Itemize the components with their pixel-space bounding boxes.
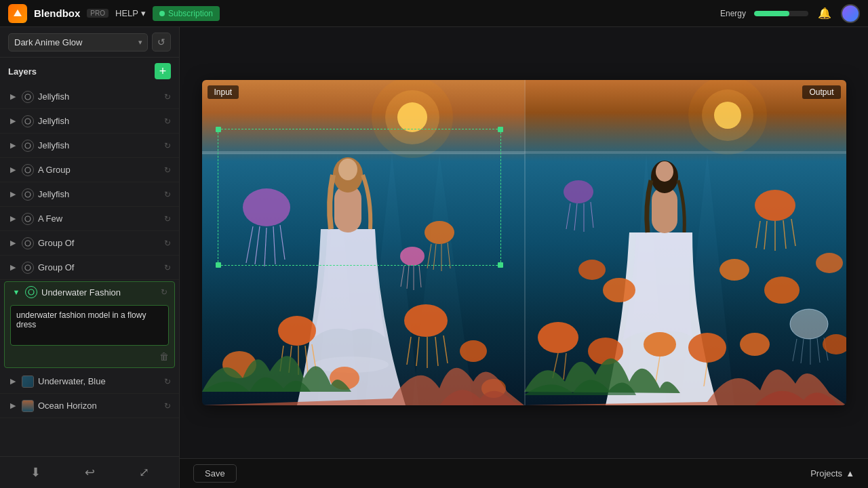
selection-handle-tr[interactable] — [498, 127, 503, 132]
svg-point-91 — [740, 333, 770, 356]
layer-circle-icon — [22, 262, 34, 274]
image-compare: Input — [202, 80, 846, 405]
layer-item[interactable]: ▶ Ocean Horizon ↻ — [0, 394, 179, 418]
svg-point-52 — [460, 340, 487, 362]
svg-rect-59 — [524, 151, 846, 154]
layer-refresh-button[interactable]: ↻ — [164, 377, 171, 386]
layer-refresh-button[interactable]: ↻ — [164, 239, 171, 248]
layer-square-icon — [22, 375, 34, 388]
layer-refresh-button[interactable]: ↻ — [164, 214, 171, 224]
svg-point-22 — [338, 159, 357, 180]
layer-refresh-button[interactable]: ↻ — [164, 141, 171, 150]
layer-name: Underwater Fashion — [41, 287, 157, 298]
svg-point-5 — [25, 192, 31, 197]
layer-expand-button[interactable]: ▼ — [12, 288, 21, 296]
layer-delete-button[interactable]: 🗑 — [159, 351, 169, 362]
svg-line-41 — [289, 346, 292, 373]
svg-rect-55 — [524, 80, 846, 405]
svg-point-63 — [651, 161, 678, 193]
layer-item[interactable]: ▶ Jellyfish ↻ — [0, 182, 179, 207]
layer-expand-button[interactable]: ▶ — [8, 117, 18, 125]
reset-button[interactable]: ↺ — [152, 33, 171, 52]
preset-select-wrap[interactable]: Dark Anime Glow — [8, 33, 148, 52]
layer-expand-button[interactable]: ▶ — [8, 165, 18, 174]
layer-name: Jellyfish — [38, 116, 160, 126]
layer-expand-button[interactable]: ▶ — [8, 214, 18, 223]
svg-line-25 — [255, 226, 260, 264]
energy-bar — [754, 11, 808, 16]
svg-point-79 — [764, 277, 800, 304]
layer-refresh-button[interactable]: ↻ — [164, 190, 171, 199]
energy-bar-fill — [754, 11, 789, 16]
layer-refresh-button[interactable]: ↻ — [164, 117, 171, 126]
svg-marker-16 — [317, 153, 358, 405]
svg-rect-10 — [202, 80, 524, 405]
svg-point-3 — [25, 143, 31, 148]
selection-handle-bl[interactable] — [216, 262, 221, 268]
svg-point-34 — [400, 247, 425, 266]
input-label: Input — [208, 85, 239, 99]
svg-point-11 — [397, 102, 427, 132]
svg-line-40 — [280, 346, 283, 371]
add-layer-button[interactable]: + — [155, 63, 171, 79]
svg-marker-17 — [365, 153, 419, 405]
expand-button[interactable]: ⤢ — [134, 462, 155, 483]
layer-text-input[interactable]: underwater fashion model in a flowy dres… — [10, 305, 169, 346]
svg-point-54 — [481, 379, 506, 398]
layer-refresh-button[interactable]: ↻ — [161, 287, 167, 297]
svg-rect-14 — [202, 151, 524, 154]
share-button[interactable]: ↩ — [79, 462, 100, 483]
layer-expand-button[interactable]: ▶ — [8, 141, 18, 150]
svg-point-57 — [702, 89, 753, 141]
layer-refresh-button[interactable]: ↻ — [164, 165, 171, 175]
svg-point-89 — [644, 332, 676, 357]
topbar: Blendbox PRO HELP ▾ Subscription Energy … — [0, 0, 868, 27]
layer-delete-area: 🗑 — [10, 348, 169, 362]
layer-refresh-button[interactable]: ↻ — [164, 263, 171, 272]
layer-item[interactable]: ▶ A Few ↻ — [0, 207, 179, 231]
svg-line-96 — [704, 363, 707, 386]
svg-point-6 — [25, 216, 31, 222]
layer-name: Jellyfish — [38, 92, 160, 102]
projects-button[interactable]: Projects ▲ — [810, 468, 854, 479]
layer-item[interactable]: ▶ Jellyfish ↻ — [0, 109, 179, 134]
svg-line-86 — [824, 338, 828, 361]
selection-handle-tl[interactable] — [216, 127, 221, 132]
download-button[interactable]: ⬇ — [25, 462, 46, 483]
layer-expand-button[interactable]: ▶ — [8, 377, 18, 386]
save-button[interactable]: Save — [193, 464, 237, 483]
svg-point-71 — [564, 180, 593, 203]
svg-marker-60 — [626, 153, 667, 405]
topbar-left: Blendbox PRO HELP ▾ Subscription — [8, 4, 220, 23]
subscription-dot — [159, 11, 165, 16]
layer-expand-button[interactable]: ▶ — [8, 92, 18, 101]
svg-line-36 — [407, 266, 409, 289]
layer-expand-button[interactable]: ▶ — [8, 263, 18, 272]
notification-icon[interactable]: 🔔 — [816, 5, 833, 21]
layer-item-active[interactable]: ▼ Underwater Fashion ↻ underwater fashio… — [4, 281, 175, 368]
svg-line-30 — [427, 244, 431, 268]
layer-expand-button[interactable]: ▶ — [8, 239, 18, 247]
subscription-button[interactable]: Subscription — [153, 6, 220, 21]
layer-refresh-button[interactable]: ↻ — [164, 92, 171, 102]
layer-square-icon — [22, 400, 34, 412]
layer-expand-button[interactable]: ▶ — [8, 401, 18, 410]
avatar[interactable] — [841, 4, 860, 23]
layer-item[interactable]: ▶ Underwater, Blue ↻ — [0, 369, 179, 394]
layer-item[interactable]: ▶ Group Of ↻ — [0, 231, 179, 256]
svg-marker-61 — [680, 153, 734, 405]
svg-point-1 — [25, 94, 31, 100]
layer-item[interactable]: ▶ Jellyfish ↻ — [0, 85, 179, 109]
svg-line-67 — [764, 221, 767, 249]
svg-point-64 — [656, 161, 673, 182]
layer-item[interactable]: ▶ Group Of ↻ — [0, 256, 179, 280]
svg-point-65 — [755, 190, 795, 221]
layer-item[interactable]: ▶ Jellyfish ↻ — [0, 134, 179, 158]
layer-refresh-button[interactable]: ↻ — [164, 401, 171, 411]
preset-select[interactable]: Dark Anime Glow — [8, 33, 148, 52]
selection-handle-br[interactable] — [498, 262, 503, 268]
help-button[interactable]: HELP ▾ — [115, 8, 146, 18]
svg-line-72 — [566, 203, 570, 229]
layer-item[interactable]: ▶ A Group ↻ — [0, 158, 179, 182]
layer-expand-button[interactable]: ▶ — [8, 190, 18, 199]
